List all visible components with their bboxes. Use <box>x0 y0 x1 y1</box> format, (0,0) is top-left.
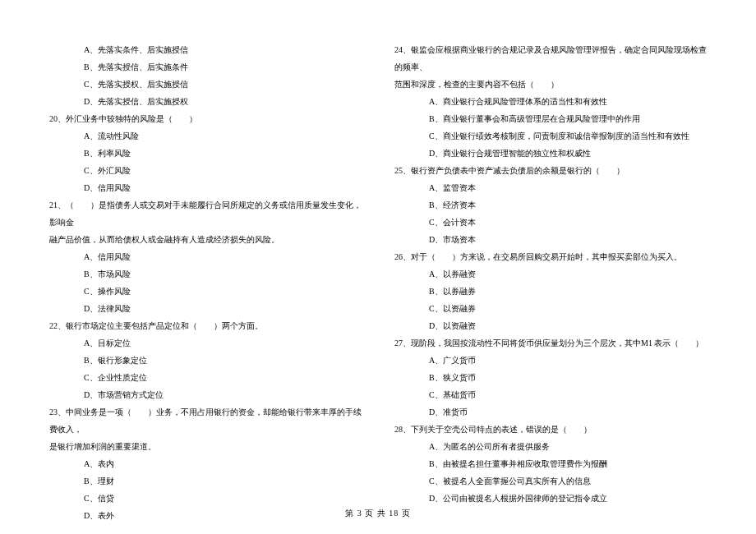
option: C、外汇风险 <box>49 162 362 179</box>
option: D、信用风险 <box>49 179 362 196</box>
qnum: 28、 <box>394 425 411 434</box>
option: A、以券融资 <box>394 265 707 283</box>
qnum: 24、 <box>394 45 411 54</box>
question: 20、外汇业务中较独特的风险是（ ） <box>49 110 362 127</box>
option: D、法律风险 <box>49 300 362 317</box>
question: 28、下列关于空壳公司特点的表述，错误的是（ ） <box>394 421 707 438</box>
qstem: （ ）是指债务人或交易对手未能履行合同所规定的义务或信用质量发生变化，影响金 <box>49 200 362 227</box>
option: A、先落实条件、后实施授信 <box>49 41 362 58</box>
option: C、操作风险 <box>49 283 362 300</box>
qnum: 26、 <box>394 252 411 261</box>
question-continuation: 融产品价值，从而给债权人或金融持有人造成经济损失的风险。 <box>49 231 362 248</box>
page-columns: A、先落实条件、后实施授信 B、先落实授信、后实施条件 C、先落实授权、后实施授… <box>49 41 707 524</box>
qnum: 20、 <box>49 114 66 123</box>
option: A、监管资本 <box>394 179 707 196</box>
option: A、为匿名的公司所有者提供服务 <box>394 438 707 455</box>
option: A、商业银行合规风险管理体系的适当性和有效性 <box>394 93 707 110</box>
option: A、表内 <box>49 455 362 472</box>
option: B、先落实授信、后实施条件 <box>49 58 362 76</box>
question: 22、银行市场定位主要包括产品定位和（ ）两个方面。 <box>49 317 362 334</box>
qstem: 银行资产负债表中资产减去负债后的余额是银行的（ ） <box>411 166 625 175</box>
option: C、先落实授权、后实施授信 <box>49 76 362 93</box>
option: D、以资融资 <box>394 317 707 334</box>
qstem: 银行市场定位主要包括产品定位和（ ）两个方面。 <box>66 321 263 330</box>
option: C、被提名人全面掌握公司真实所有人的信息 <box>394 472 707 490</box>
option: C、会计资本 <box>394 214 707 231</box>
question: 21、（ ）是指债务人或交易对手未能履行合同所规定的义务或信用质量发生变化，影响… <box>49 196 362 231</box>
option: C、商业银行绩效考核制度，问责制度和诚信举报制度的适当性和有效性 <box>394 127 707 145</box>
option: A、信用风险 <box>49 248 362 265</box>
option: B、经济资本 <box>394 196 707 214</box>
option: A、广义货币 <box>394 352 707 369</box>
option: D、商业银行合规管理智能的独立性和权威性 <box>394 145 707 162</box>
option: B、市场风险 <box>49 265 362 283</box>
qnum: 25、 <box>394 166 411 175</box>
option: B、狭义货币 <box>394 369 707 386</box>
option: D、准货币 <box>394 403 707 421</box>
qnum: 27、 <box>394 338 411 348</box>
qstem: 外汇业务中较独特的风险是（ ） <box>66 114 197 123</box>
option: D、市场资本 <box>394 231 707 248</box>
qstem: 对于（ ）方来说，在交易所回购交易开始时，其申报买卖部位为买入。 <box>411 252 682 261</box>
qstem: 银监会应根据商业银行的合规记录及合规风险管理评报告，确定合同风险现场检查的频率、 <box>394 45 707 71</box>
qstem: 下列关于空壳公司特点的表述，错误的是（ ） <box>411 425 592 434</box>
qstem: 现阶段，我国按流动性不同将货币供应量划分为三个层次，其中M1 表示（ ） <box>411 338 703 348</box>
option: D、公司由被提名人根据外国律师的登记指令成立 <box>394 490 707 507</box>
option: D、市场营销方式定位 <box>49 386 362 403</box>
option: A、目标定位 <box>49 334 362 352</box>
option: B、由被提名担任董事并相应收取管理费作为报酬 <box>394 455 707 472</box>
question: 25、银行资产负债表中资产减去负债后的余额是银行的（ ） <box>394 162 707 179</box>
question: 23、中间业务是一项（ ）业务，不用占用银行的资金，却能给银行带来丰厚的手续费收… <box>49 403 362 438</box>
option: D、先落实授信、后实施授权 <box>49 93 362 110</box>
option: B、理财 <box>49 472 362 490</box>
question: 26、对于（ ）方来说，在交易所回购交易开始时，其申报买卖部位为买入。 <box>394 248 707 265</box>
question: 24、银监会应根据商业银行的合规记录及合规风险管理评报告，确定合同风险现场检查的… <box>394 41 707 76</box>
option: C、以资融券 <box>394 300 707 317</box>
option: A、流动性风险 <box>49 127 362 145</box>
option: B、银行形象定位 <box>49 352 362 369</box>
option: B、利率风险 <box>49 145 362 162</box>
question-continuation: 是银行增加利润的重要渠道。 <box>49 438 362 455</box>
question-continuation: 范围和深度，检查的主要内容不包括（ ） <box>394 76 707 93</box>
option: C、企业性质定位 <box>49 369 362 386</box>
page-footer: 第 3 页 共 18 页 <box>0 508 756 519</box>
qnum: 22、 <box>49 321 66 330</box>
qnum: 23、 <box>49 407 66 417</box>
option: C、基础货币 <box>394 386 707 403</box>
question: 27、现阶段，我国按流动性不同将货币供应量划分为三个层次，其中M1 表示（ ） <box>394 334 707 352</box>
option: C、信贷 <box>49 490 362 507</box>
option: B、商业银行董事会和高级管理层在合规风险管理中的作用 <box>394 110 707 127</box>
option: B、以券融券 <box>394 283 707 300</box>
left-column: A、先落实条件、后实施授信 B、先落实授信、后实施条件 C、先落实授权、后实施授… <box>49 41 362 524</box>
right-column: 24、银监会应根据商业银行的合规记录及合规风险管理评报告，确定合同风险现场检查的… <box>394 41 707 524</box>
qstem: 中间业务是一项（ ）业务，不用占用银行的资金，却能给银行带来丰厚的手续费收入， <box>49 407 362 434</box>
qnum: 21、 <box>49 200 66 209</box>
